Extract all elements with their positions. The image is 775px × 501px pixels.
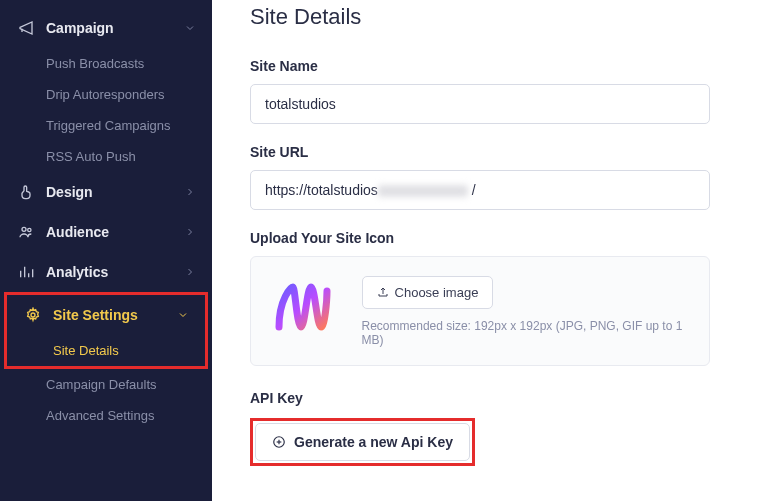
nav-sub-advanced-settings[interactable]: Advanced Settings bbox=[0, 400, 212, 431]
recommend-text: Recommended size: 192px x 192px (JPG, PN… bbox=[362, 319, 691, 347]
hand-pointer-icon bbox=[18, 184, 34, 200]
choose-image-button[interactable]: Choose image bbox=[362, 276, 494, 309]
site-url-label: Site URL bbox=[250, 144, 745, 160]
nav-campaign[interactable]: Campaign bbox=[0, 8, 212, 48]
upload-icon-label: Upload Your Site Icon bbox=[250, 230, 745, 246]
chevron-right-icon bbox=[184, 266, 196, 278]
nav-label: Site Settings bbox=[53, 307, 138, 323]
nav-sub-rss-auto-push[interactable]: RSS Auto Push bbox=[0, 141, 212, 172]
nav-sub-triggered-campaigns[interactable]: Triggered Campaigns bbox=[0, 110, 212, 141]
nav-label: Audience bbox=[46, 224, 109, 240]
chevron-down-icon bbox=[184, 22, 196, 34]
gear-icon bbox=[25, 307, 41, 323]
generate-api-key-label: Generate a new Api Key bbox=[294, 434, 453, 450]
nav-sub-push-broadcasts[interactable]: Push Broadcasts bbox=[0, 48, 212, 79]
megaphone-icon bbox=[18, 20, 34, 36]
nav-site-settings[interactable]: Site Settings bbox=[7, 295, 205, 335]
main-content: Site Details Site Name Site URL https://… bbox=[212, 0, 775, 501]
site-icon-preview bbox=[269, 275, 338, 347]
upload-actions: Choose image Recommended size: 192px x 1… bbox=[362, 276, 691, 347]
site-name-input[interactable] bbox=[250, 84, 710, 124]
nav-label: Analytics bbox=[46, 264, 108, 280]
site-url-input[interactable]: https://totalstudios / bbox=[250, 170, 710, 210]
upload-box: Choose image Recommended size: 192px x 1… bbox=[250, 256, 710, 366]
api-key-label: API Key bbox=[250, 390, 745, 406]
svg-point-6 bbox=[31, 313, 35, 317]
page-title: Site Details bbox=[250, 4, 745, 30]
generate-api-key-button[interactable]: Generate a new Api Key bbox=[255, 423, 470, 461]
users-icon bbox=[18, 224, 34, 240]
chevron-down-icon bbox=[177, 309, 189, 321]
svg-point-0 bbox=[22, 227, 26, 231]
nav-analytics[interactable]: Analytics bbox=[0, 252, 212, 292]
api-key-highlight: Generate a new Api Key bbox=[250, 418, 475, 466]
chevron-right-icon bbox=[184, 226, 196, 238]
plus-circle-icon bbox=[272, 435, 286, 449]
sidebar: Campaign Push Broadcasts Drip Autorespon… bbox=[0, 0, 212, 501]
site-url-suffix: / bbox=[468, 182, 476, 198]
nav-sub-drip-autoresponders[interactable]: Drip Autoresponders bbox=[0, 79, 212, 110]
site-name-label: Site Name bbox=[250, 58, 745, 74]
choose-image-label: Choose image bbox=[395, 285, 479, 300]
svg-point-1 bbox=[28, 228, 31, 231]
nav-sub-campaign-defaults[interactable]: Campaign Defaults bbox=[0, 369, 212, 400]
upload-icon bbox=[377, 286, 389, 298]
nav-label: Design bbox=[46, 184, 93, 200]
nav-design[interactable]: Design bbox=[0, 172, 212, 212]
nav-label: Campaign bbox=[46, 20, 114, 36]
site-settings-highlight: Site Settings Site Details bbox=[4, 292, 208, 369]
chevron-right-icon bbox=[184, 186, 196, 198]
nav-sub-site-details[interactable]: Site Details bbox=[7, 335, 205, 366]
bar-chart-icon bbox=[18, 264, 34, 280]
site-url-prefix: https://totalstudios bbox=[265, 182, 378, 198]
redacted-text bbox=[378, 185, 468, 197]
nav-audience[interactable]: Audience bbox=[0, 212, 212, 252]
